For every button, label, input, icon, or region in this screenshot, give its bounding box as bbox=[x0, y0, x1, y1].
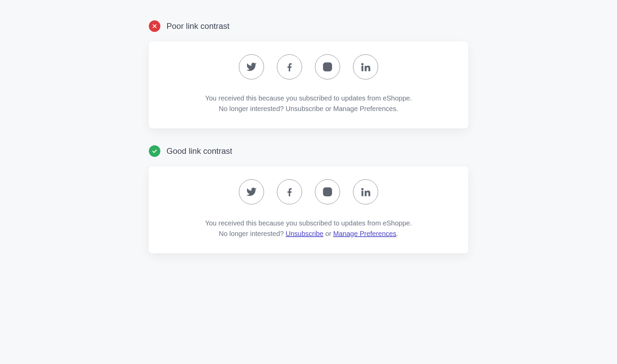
or-text: or bbox=[323, 230, 333, 237]
svg-point-5 bbox=[330, 189, 331, 190]
poor-example: Poor link contrast You received this bec… bbox=[149, 20, 468, 128]
linkedin-icon[interactable] bbox=[353, 179, 378, 204]
footer-line1: You received this because you subscribed… bbox=[205, 219, 412, 227]
svg-point-2 bbox=[330, 64, 331, 65]
instagram-icon[interactable] bbox=[315, 179, 340, 204]
svg-point-1 bbox=[326, 65, 330, 69]
footer-text: You received this because you subscribed… bbox=[162, 218, 455, 239]
twitter-icon[interactable] bbox=[239, 179, 264, 204]
instagram-icon[interactable] bbox=[315, 54, 340, 79]
poor-label: Poor link contrast bbox=[166, 21, 229, 31]
facebook-icon[interactable] bbox=[277, 179, 302, 204]
footer-line1: You received this because you subscribed… bbox=[205, 94, 412, 102]
facebook-icon[interactable] bbox=[277, 54, 302, 79]
good-label: Good link contrast bbox=[166, 146, 232, 156]
or-text: or bbox=[323, 105, 333, 112]
linkedin-icon[interactable] bbox=[353, 54, 378, 79]
social-icons-row bbox=[162, 179, 455, 204]
footer-prefix: No longer interested? bbox=[219, 105, 286, 112]
check-badge-icon bbox=[149, 145, 160, 157]
poor-card: You received this because you subscribed… bbox=[149, 41, 468, 128]
x-badge-icon bbox=[149, 20, 160, 32]
poor-label-row: Poor link contrast bbox=[149, 20, 468, 32]
unsubscribe-link[interactable]: Unsubscribe bbox=[286, 230, 323, 237]
good-card: You received this because you subscribed… bbox=[149, 166, 468, 253]
footer-text: You received this because you subscribed… bbox=[162, 93, 455, 114]
svg-point-4 bbox=[326, 190, 330, 194]
unsubscribe-link[interactable]: Unsubscribe bbox=[286, 105, 323, 112]
twitter-icon[interactable] bbox=[239, 54, 264, 79]
footer-prefix: No longer interested? bbox=[219, 230, 286, 237]
good-label-row: Good link contrast bbox=[149, 145, 468, 157]
manage-preferences-link[interactable]: Manage Preferences bbox=[333, 230, 396, 237]
good-example: Good link contrast You received this bec… bbox=[149, 145, 468, 253]
period: . bbox=[396, 230, 398, 237]
manage-preferences-link[interactable]: Manage Preferences bbox=[333, 105, 396, 112]
social-icons-row bbox=[162, 54, 455, 79]
period: . bbox=[396, 105, 398, 112]
